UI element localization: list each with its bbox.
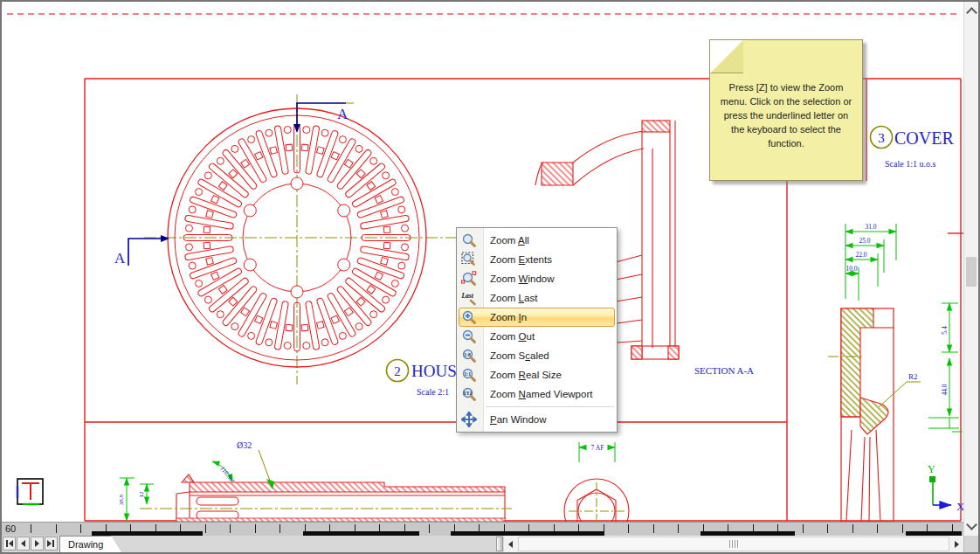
stator-notch [204,226,210,233]
sheet-nav-last-button[interactable] [45,537,58,551]
menu-item-zoom-scaled[interactable]: 1:8Zoom Scaled [457,346,617,365]
sheet-nav-next-button[interactable] [31,537,44,551]
menu-item-zoom-named-viewport[interactable]: XYZZoom Named Viewport [457,384,617,404]
stator-notch [241,308,250,316]
stator-notch [317,322,325,329]
scroll-down-arrow-icon[interactable] [966,519,977,530]
menu-item-label: Zoom Real Size [490,370,562,380]
stator-hole [189,262,196,269]
stator-notch [381,211,389,218]
vertical-scrollbar[interactable] [963,2,978,536]
sheet-nav-prev-button[interactable] [17,537,30,551]
stator-hole [321,339,328,346]
sheet-nav-first-button[interactable] [3,537,16,551]
ruler-tick [280,524,280,533]
stator-hole [284,343,291,350]
pan-window-icon [461,412,477,427]
menu-item-zoom-real-size[interactable]: 1:1Zoom Real Size [457,365,617,384]
cover-section-drawing[interactable]: R2 [828,308,921,522]
scroll-left-arrow[interactable] [505,538,516,550]
bore-lug [338,204,350,217]
section-aa-label[interactable]: SECTION A-A [694,365,754,376]
tab-drawing[interactable]: Drawing [59,536,122,552]
stator-notch [331,315,339,323]
cover-scale: Scale 1:1 u.o.s [885,159,935,169]
scroll-right-arrow[interactable] [951,538,963,550]
shaft-drawing[interactable]: Ø32 110.56° [140,440,512,522]
stator-notch [206,211,214,218]
dim-group-right: 31.0 25.0 22.0 10.0 [845,223,896,301]
zoom-all-icon [461,232,477,248]
dim-group-right-vertical: 5.4 44.0 [928,303,963,432]
stator-hole [196,189,203,196]
housing-number: 2 [394,364,401,378]
ruler-tick [205,524,206,533]
menu-item-pan-window[interactable]: Pan Window [457,410,617,429]
scroll-thumb-grip-icon [729,540,738,548]
left-triangle-icon [508,541,513,548]
zoom-window-icon [461,271,477,287]
stator-slot [356,257,404,280]
menu-item-label: Zoom Extents [490,254,552,265]
stator-hole [339,136,346,143]
vertical-scroll-thumb[interactable] [966,257,977,287]
stator-notch [270,147,278,155]
stator-notch [331,152,339,160]
horizontal-scroll-thumb[interactable] [518,537,949,551]
cover-number: 3 [878,131,885,145]
horizontal-scrollbar[interactable] [504,536,963,552]
menu-item-zoom-window[interactable]: Zoom Window [457,269,617,288]
menu-item-zoom-extents[interactable]: Zoom Extents [457,250,617,269]
cover-title-block[interactable]: 3 COVER Scale 1:1 u.o.s [871,127,955,170]
stator-notch [356,297,365,306]
menu-item-zoom-last[interactable]: LastZoom Last [457,288,617,308]
bore-lug [291,177,303,190]
dim-5-4: 5.4 [941,326,949,335]
ruler-tick [902,524,903,533]
menu-item-label: Zoom In [490,312,527,322]
stator-notch [218,182,227,190]
stator-notch [206,258,214,266]
stator-notch [211,196,219,204]
menu-item-zoom-out[interactable]: Zoom Out [457,327,617,346]
zoom-in-icon [461,309,477,325]
tab-scroll-splitter[interactable] [496,537,503,551]
stator-notch [344,159,353,168]
stator-slot [190,196,238,218]
stator-notch [211,272,219,280]
zoom-named-viewport-icon: XYZ [461,386,477,402]
stator-slot [255,130,278,178]
stator-notch [367,182,376,190]
ruler-tick [230,524,231,533]
menu-item-zoom-in[interactable]: Zoom In [457,308,617,327]
ruler-tick [653,524,654,533]
dim-25: 25.0 [859,237,870,245]
stator-hole [204,172,211,179]
section-marker-left-label: A [114,250,126,267]
stator-notch [255,152,263,160]
stator-hole [398,262,405,269]
stator-notch [356,170,365,178]
stator-hole [383,172,390,179]
right-triangle-icon [955,541,959,548]
ruler-tick [56,524,57,533]
tab-drawing-label: Drawing [68,539,103,550]
stator-hole [370,157,377,164]
paper-space-icon[interactable] [17,479,43,504]
menu-item-zoom-all[interactable]: Zoom All [457,231,617,250]
stator-notch [229,170,238,178]
menu-item-label: Zoom Scaled [490,350,549,361]
axis-y-label: Y [928,463,935,475]
menu-item-label: Zoom Named Viewport [490,389,592,399]
stator-hole [266,339,273,346]
stator-hole [402,244,409,251]
ruler-tick [877,524,878,533]
section-cut-markers: A A [114,103,354,267]
stator-notch [286,324,293,331]
stator-hole [391,189,398,196]
stator-hole [248,136,255,143]
scroll-up-arrow-icon[interactable] [966,7,977,18]
zoom-last-icon: Last [461,290,477,306]
stator-hole [321,129,328,136]
stator-notch [367,285,376,294]
